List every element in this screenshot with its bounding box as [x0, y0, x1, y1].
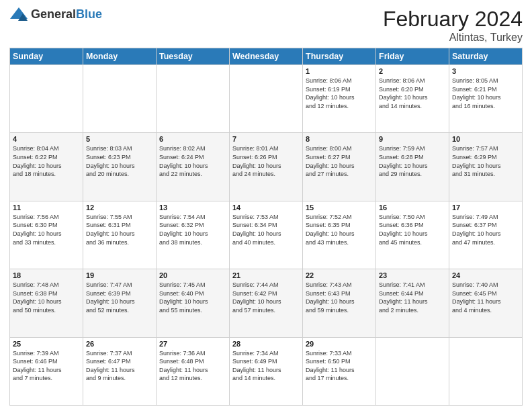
day-info: Sunrise: 7:45 AM Sunset: 6:40 PM Dayligh… [159, 281, 226, 314]
week-row-3: 18Sunrise: 7:48 AM Sunset: 6:38 PM Dayli… [10, 269, 523, 337]
day-number: 10 [452, 135, 519, 143]
calendar-cell: 14Sunrise: 7:53 AM Sunset: 6:34 PM Dayli… [230, 201, 303, 269]
week-row-2: 11Sunrise: 7:56 AM Sunset: 6:30 PM Dayli… [10, 201, 523, 269]
day-info: Sunrise: 7:36 AM Sunset: 6:48 PM Dayligh… [159, 349, 226, 383]
day-info: Sunrise: 7:57 AM Sunset: 6:29 PM Dayligh… [452, 144, 519, 178]
calendar-cell [449, 337, 523, 405]
day-number: 28 [232, 340, 300, 348]
day-info: Sunrise: 8:06 AM Sunset: 6:20 PM Dayligh… [379, 77, 446, 110]
calendar-cell: 23Sunrise: 7:41 AM Sunset: 6:44 PM Dayli… [376, 269, 449, 337]
day-number: 6 [159, 135, 226, 143]
calendar-cell: 5Sunrise: 8:03 AM Sunset: 6:23 PM Daylig… [83, 133, 157, 201]
day-number: 20 [159, 271, 226, 279]
day-number: 11 [13, 203, 80, 212]
calendar-cell: 24Sunrise: 7:40 AM Sunset: 6:45 PM Dayli… [449, 269, 523, 337]
calendar-cell: 10Sunrise: 7:57 AM Sunset: 6:29 PM Dayli… [449, 133, 523, 201]
calendar-cell: 22Sunrise: 7:43 AM Sunset: 6:43 PM Dayli… [303, 269, 376, 337]
day-info: Sunrise: 8:01 AM Sunset: 6:26 PM Dayligh… [232, 144, 300, 178]
day-info: Sunrise: 8:03 AM Sunset: 6:23 PM Dayligh… [86, 144, 153, 178]
calendar-cell: 25Sunrise: 7:39 AM Sunset: 6:46 PM Dayli… [10, 337, 83, 405]
day-info: Sunrise: 8:04 AM Sunset: 6:22 PM Dayligh… [13, 144, 80, 178]
calendar-cell [157, 65, 230, 133]
calendar-cell: 1Sunrise: 8:06 AM Sunset: 6:19 PM Daylig… [303, 65, 376, 133]
day-number: 1 [306, 67, 373, 75]
day-info: Sunrise: 7:56 AM Sunset: 6:30 PM Dayligh… [13, 213, 80, 246]
day-info: Sunrise: 7:52 AM Sunset: 6:35 PM Dayligh… [306, 213, 373, 246]
day-info: Sunrise: 8:06 AM Sunset: 6:19 PM Dayligh… [306, 77, 373, 110]
day-number: 26 [86, 340, 153, 348]
calendar-cell: 21Sunrise: 7:44 AM Sunset: 6:42 PM Dayli… [230, 269, 303, 337]
calendar-cell [230, 65, 303, 133]
day-number: 8 [306, 135, 373, 143]
page: GeneralBlue February 2024 Altintas, Turk… [0, 0, 532, 411]
day-info: Sunrise: 7:41 AM Sunset: 6:44 PM Dayligh… [379, 281, 446, 314]
day-number: 14 [232, 203, 300, 212]
calendar-cell: 7Sunrise: 8:01 AM Sunset: 6:26 PM Daylig… [230, 133, 303, 201]
calendar-cell: 8Sunrise: 8:00 AM Sunset: 6:27 PM Daylig… [303, 133, 376, 201]
day-number: 22 [306, 271, 373, 279]
calendar-cell: 9Sunrise: 7:59 AM Sunset: 6:28 PM Daylig… [376, 133, 449, 201]
day-number: 7 [232, 135, 300, 143]
calendar-cell: 16Sunrise: 7:50 AM Sunset: 6:36 PM Dayli… [376, 201, 449, 269]
title-area: February 2024 Altintas, Turkey [383, 7, 523, 44]
day-number: 21 [232, 271, 300, 279]
day-number: 29 [306, 340, 373, 348]
day-info: Sunrise: 7:40 AM Sunset: 6:45 PM Dayligh… [452, 281, 519, 314]
day-header-sunday: Sunday [10, 48, 83, 65]
day-info: Sunrise: 8:02 AM Sunset: 6:24 PM Dayligh… [159, 144, 226, 178]
day-number: 25 [13, 340, 80, 348]
day-number: 15 [306, 203, 373, 212]
day-number: 3 [452, 67, 519, 75]
calendar-cell [83, 65, 157, 133]
calendar-cell: 4Sunrise: 8:04 AM Sunset: 6:22 PM Daylig… [10, 133, 83, 201]
calendar-cell: 13Sunrise: 7:54 AM Sunset: 6:32 PM Dayli… [157, 201, 230, 269]
day-info: Sunrise: 7:49 AM Sunset: 6:37 PM Dayligh… [452, 213, 519, 246]
calendar-cell: 20Sunrise: 7:45 AM Sunset: 6:40 PM Dayli… [157, 269, 230, 337]
calendar-cell: 29Sunrise: 7:33 AM Sunset: 6:50 PM Dayli… [303, 337, 376, 405]
day-info: Sunrise: 7:43 AM Sunset: 6:43 PM Dayligh… [306, 281, 373, 314]
day-info: Sunrise: 7:53 AM Sunset: 6:34 PM Dayligh… [232, 213, 300, 246]
day-info: Sunrise: 7:39 AM Sunset: 6:46 PM Dayligh… [13, 349, 80, 383]
day-number: 18 [13, 271, 80, 279]
calendar-cell: 19Sunrise: 7:47 AM Sunset: 6:39 PM Dayli… [83, 269, 157, 337]
day-info: Sunrise: 7:44 AM Sunset: 6:42 PM Dayligh… [232, 281, 300, 314]
logo-icon [9, 7, 28, 21]
day-number: 19 [86, 271, 153, 279]
calendar-cell [10, 65, 83, 133]
day-info: Sunrise: 7:47 AM Sunset: 6:39 PM Dayligh… [86, 281, 153, 314]
header-row: SundayMondayTuesdayWednesdayThursdayFrid… [10, 48, 523, 65]
day-number: 2 [379, 67, 446, 75]
week-row-1: 4Sunrise: 8:04 AM Sunset: 6:22 PM Daylig… [10, 133, 523, 201]
day-number: 16 [379, 203, 446, 212]
calendar-cell: 2Sunrise: 8:06 AM Sunset: 6:20 PM Daylig… [376, 65, 449, 133]
calendar-cell: 17Sunrise: 7:49 AM Sunset: 6:37 PM Dayli… [449, 201, 523, 269]
day-number: 17 [452, 203, 519, 212]
calendar-cell: 15Sunrise: 7:52 AM Sunset: 6:35 PM Dayli… [303, 201, 376, 269]
week-row-0: 1Sunrise: 8:06 AM Sunset: 6:19 PM Daylig… [10, 65, 523, 133]
day-number: 24 [452, 271, 519, 279]
day-number: 5 [86, 135, 153, 143]
day-number: 12 [86, 203, 153, 212]
day-number: 27 [159, 340, 226, 348]
calendar-cell: 11Sunrise: 7:56 AM Sunset: 6:30 PM Dayli… [10, 201, 83, 269]
month-title: February 2024 [383, 7, 523, 32]
logo-general: General [31, 7, 76, 21]
location-title: Altintas, Turkey [383, 32, 523, 44]
logo: GeneralBlue [9, 7, 102, 21]
day-info: Sunrise: 7:59 AM Sunset: 6:28 PM Dayligh… [379, 144, 446, 178]
day-header-tuesday: Tuesday [157, 48, 230, 65]
day-info: Sunrise: 7:37 AM Sunset: 6:47 PM Dayligh… [86, 349, 153, 383]
day-header-monday: Monday [83, 48, 157, 65]
day-header-wednesday: Wednesday [230, 48, 303, 65]
day-number: 9 [379, 135, 446, 143]
day-number: 4 [13, 135, 80, 143]
calendar-cell: 12Sunrise: 7:55 AM Sunset: 6:31 PM Dayli… [83, 201, 157, 269]
header: GeneralBlue February 2024 Altintas, Turk… [9, 7, 523, 44]
calendar-cell: 18Sunrise: 7:48 AM Sunset: 6:38 PM Dayli… [10, 269, 83, 337]
day-info: Sunrise: 7:54 AM Sunset: 6:32 PM Dayligh… [159, 213, 226, 246]
calendar-table: SundayMondayTuesdayWednesdayThursdayFrid… [9, 48, 523, 406]
day-header-friday: Friday [376, 48, 449, 65]
day-number: 23 [379, 271, 446, 279]
day-info: Sunrise: 7:48 AM Sunset: 6:38 PM Dayligh… [13, 281, 80, 314]
day-header-thursday: Thursday [303, 48, 376, 65]
